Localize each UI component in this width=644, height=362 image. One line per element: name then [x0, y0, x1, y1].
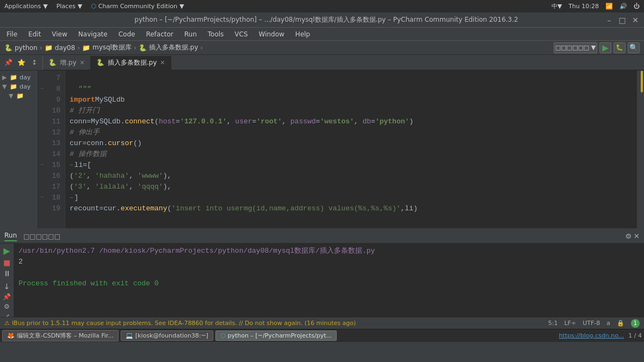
breadcrumb-python-icon: 🐍 — [4, 44, 13, 52]
status-bar: ⚠ IBus prior to 1.5.11 may cause input p… — [0, 317, 644, 329]
code-line-18: −] — [70, 192, 632, 203]
right-gutter — [636, 71, 644, 228]
charm-menu[interactable]: ⬡ Charm Community Edition ▼ — [91, 3, 184, 10]
arrow-icon: ▼ — [2, 83, 8, 90]
tab-zeng-close[interactable]: ✕ — [80, 59, 85, 66]
code-line-16: ('2', 'hahaha', 'wwww'), — [70, 171, 632, 182]
run-button[interactable]: ▶ — [599, 42, 611, 53]
tab-insert[interactable]: 🐍 插入多条数据.py ✕ — [91, 56, 171, 70]
taskbar-terminal[interactable]: 💻 [kiosk@foundation38:~] — [121, 330, 213, 341]
menu-run[interactable]: Run — [180, 29, 201, 39]
lock-a: 🔒 — [617, 320, 624, 327]
tab-insert-icon: 🐍 — [96, 59, 104, 66]
menu-bar: File Edit View Navigate Code Refactor Ru… — [0, 28, 644, 41]
notification-badge[interactable]: 1 — [631, 319, 640, 328]
settings-run-icon[interactable]: ⚙ — [4, 303, 10, 310]
toolbar-bookmark[interactable]: ⭐ — [15, 57, 27, 68]
run-config-name: □□□□□□ — [23, 233, 60, 240]
breadcrumb-file-icon: 🐍 — [139, 44, 147, 52]
debug-button[interactable]: 🐛 — [614, 42, 626, 53]
pause-button[interactable]: ⏸ — [3, 269, 11, 278]
tab-insert-label: 插入多条数据.py — [108, 58, 157, 67]
places-menu[interactable]: Places ▼ — [57, 3, 82, 10]
toolbar-action[interactable]: ↕ — [28, 57, 40, 68]
menu-code[interactable]: Code — [114, 29, 140, 39]
menu-navigate[interactable]: Navigate — [74, 29, 112, 39]
tab-zeng[interactable]: 🐍 增.py ✕ — [43, 55, 91, 70]
scroll-end-button[interactable]: ↓ — [4, 282, 10, 291]
breadcrumb-file[interactable]: 插入多条数据.py — [149, 43, 199, 52]
tab-insert-close[interactable]: ✕ — [160, 59, 165, 66]
breadcrumb-day08[interactable]: day08 — [55, 44, 75, 52]
pycharm-label: python – [~/PycharmProjects/pyt... — [228, 332, 332, 339]
breadcrumb-mysql-icon: 📁 — [82, 44, 90, 52]
status-warning-text[interactable]: IBus prior to 1.5.11 may cause input pro… — [12, 320, 356, 327]
breadcrumb-python[interactable]: python — [15, 44, 38, 52]
run-panel-header: Run □□□□□□ ⚙ ✕ — [0, 229, 644, 244]
cursor-position[interactable]: 5:1 — [548, 320, 558, 327]
folder-icon: 📁 — [10, 74, 17, 81]
menu-refactor[interactable]: Refactor — [141, 29, 177, 39]
run-command-line: /usr/bin/python2.7 /home/kiosk/PycharmPr… — [18, 246, 640, 257]
code-line-17: ('3', 'lalala', 'qqqq'), — [70, 182, 632, 192]
toolbar-pin[interactable]: 📌 — [2, 57, 14, 68]
warning-icon: ⚠ — [4, 320, 10, 327]
search-everywhere[interactable]: 🔍 — [628, 42, 640, 53]
settings-icon[interactable]: ⚙ — [625, 232, 631, 240]
power-icon: ⏻ — [634, 3, 640, 10]
line-separator[interactable]: LF÷ — [564, 320, 576, 327]
rerun-button[interactable]: ▶ — [3, 246, 10, 256]
volume-icon: 🔊 — [620, 3, 627, 10]
code-line-13: cur = conn.cursor() — [70, 138, 632, 149]
pin-button[interactable]: 📌 — [3, 293, 11, 301]
run-panel: Run □□□□□□ ⚙ ✕ ▶ ■ ⏸ ↓ 📌 ⚙ ⤢ /usr/bin/py… — [0, 228, 644, 317]
run-tab[interactable]: Run — [4, 232, 17, 241]
code-line-11: conn = MySQLdb.connect(host='127.0.0.1',… — [70, 116, 632, 127]
taskbar-browser[interactable]: 🦊 编辑文章-CSDN博客 – Mozilla Fir... — [2, 330, 119, 341]
tree-item-label: day — [20, 83, 30, 90]
run-output-3 — [18, 267, 640, 278]
maximize-button[interactable]: □ — [618, 16, 627, 24]
taskbar-pycharm[interactable]: ⬡ python – [~/PycharmProjects/pyt... — [215, 330, 337, 341]
arrow-icon: ▼ — [9, 92, 14, 99]
tree-item-label: day — [20, 74, 30, 81]
breadcrumb-mysql[interactable]: mysql数据库 — [92, 43, 132, 52]
code-editor[interactable]: """ import MySQLdb # 打开门 conn = MySQLdb.… — [65, 71, 636, 228]
run-output-exit: Process finished with exit code 0 — [18, 278, 640, 289]
menu-edit[interactable]: Edit — [24, 29, 45, 39]
menu-tools[interactable]: Tools — [203, 29, 228, 39]
code-line-8: """ — [70, 84, 632, 95]
breadcrumb-day08-icon: 📁 — [45, 44, 53, 52]
code-line-12: # 伸出手 — [70, 127, 632, 138]
tree-item-day2[interactable]: ▼ 📁 day — [0, 82, 38, 91]
close-button[interactable]: ✕ — [631, 16, 640, 24]
system-bar: Applications ▼ Places ▼ ⬡ Charm Communit… — [0, 0, 644, 13]
run-output-2: 2 — [18, 257, 640, 267]
menu-help[interactable]: Help — [291, 29, 314, 39]
wifi-icon: 📶 — [605, 3, 613, 10]
close-panel-icon[interactable]: ✕ — [634, 232, 640, 240]
applications-menu[interactable]: Applications ▼ — [4, 3, 48, 10]
encoding[interactable]: UTF-8 — [583, 320, 600, 327]
taskbar-url[interactable]: https://blog.csdn.no... — [559, 332, 624, 339]
tree-item-sub[interactable]: ▼ 📁 — [0, 91, 38, 101]
tree-item-day1[interactable]: ▶ 📁 day — [0, 73, 38, 82]
clock: Thu 10:28 — [568, 3, 599, 10]
terminal-label: [kiosk@foundation38:~] — [135, 332, 208, 339]
indent-a: a — [606, 320, 610, 327]
menu-vcs[interactable]: VCS — [230, 29, 252, 39]
taskbar-page-info: 1 / 4 — [628, 332, 642, 339]
minimize-button[interactable]: – — [605, 16, 614, 24]
menu-window[interactable]: Window — [255, 29, 289, 39]
stop-button[interactable]: ■ — [3, 258, 10, 267]
folder-icon: 📁 — [16, 92, 24, 99]
expand-icon[interactable]: ⤢ — [4, 313, 10, 317]
code-line-15: −li = [ — [70, 160, 632, 171]
title-bar: python – [~/PycharmProjects/python] – ..… — [0, 13, 644, 28]
breadcrumb-bar: 🐍 python › 📁 day08 › 📁 mysql数据库 › 🐍 插入多条… — [0, 41, 644, 55]
code-line-14: # 操作数据 — [70, 149, 632, 160]
menu-file[interactable]: File — [2, 29, 22, 39]
code-line-7 — [70, 73, 632, 84]
run-config-selector[interactable]: □□□□□□ ▼ — [554, 42, 597, 53]
menu-view[interactable]: View — [47, 29, 71, 39]
